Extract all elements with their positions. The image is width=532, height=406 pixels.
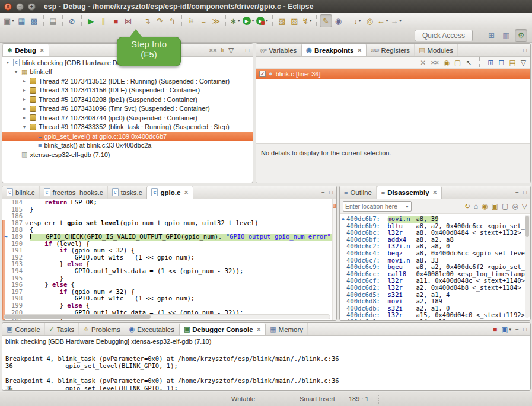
go-to-file-icon[interactable]: ▢ [454,59,461,67]
run-dropdown-icon[interactable]: ▶▾ [241,14,256,27]
tab-variables[interactable]: (x)=Variables [256,44,301,56]
external-tools-dropdown-icon[interactable]: ▶▾ [255,14,269,27]
tab-tasks[interactable]: ✓Tasks [45,323,79,335]
show-breakpoints-supported-icon[interactable]: ◉ [443,59,449,67]
scrollbar-thumb[interactable] [525,216,529,237]
close-icon[interactable]: ✕ [433,190,438,196]
close-icon[interactable]: ✕ [40,47,44,53]
tab-disassembly[interactable]: ≡Disassembly✕ [377,186,442,199]
tree-expander-icon[interactable]: ▾ [5,60,11,65]
tree-expander-icon[interactable]: ▾ [13,69,19,75]
close-icon[interactable]: ✕ [257,327,262,333]
editor-line[interactable]: 186 [2,213,336,220]
terminate-console-icon[interactable]: ■ [493,325,497,334]
tab-console[interactable]: ▣Console [2,323,45,335]
breakpoint-row[interactable]: ✓●blink.c [line: 36] [256,69,530,79]
tree-expander-icon[interactable]: ▾ [21,124,27,130]
flash-icon[interactable]: ↯▾ [301,14,313,27]
debug-perspective-icon[interactable]: ⚙ [515,29,527,42]
fold-collapse-icon[interactable]: ⊖ [24,220,30,227]
minimize-view-icon[interactable]: − [515,326,519,333]
view-menu-icon[interactable]: ▽ [228,46,234,55]
mark-occurrences-icon[interactable]: ✎ [320,14,332,27]
build-icon[interactable]: ▤ [47,14,59,27]
editor-line[interactable]: 191 if (gpio_num < 32) { [2,247,336,254]
asm-row[interactable]: 400dc6e1: mov.na14, a11 [340,319,530,320]
editor-line[interactable]: 193 } else { [2,261,336,268]
new-wizard-icon[interactable]: ▣▾ [2,14,15,27]
debug-tree-row[interactable]: ▸Thread #6 1073431096 (Tmr Svc) (Suspend… [2,104,253,114]
editor-line[interactable]: 199 } else { [2,302,336,309]
group-by-icon[interactable]: ▤ [509,59,515,67]
editor-line[interactable]: 196 } else { [2,282,336,289]
step-into-icon[interactable]: ↴ [141,14,154,27]
open-project-icon[interactable]: ▨ [276,14,288,27]
debug-tree-row[interactable]: ≡gpio_set_level() at gpio.c:189 0x400dc6… [2,132,253,141]
show-source-icon[interactable]: ▣ [492,202,498,210]
editor-line[interactable]: 188{ [2,226,336,234]
editor-line[interactable]: 194 GPIO.out1_w1ts.data = (1 << (gpio_nu… [2,268,336,275]
save-all-icon[interactable]: ▩ [28,14,40,27]
minimize-view-icon[interactable]: − [321,189,325,196]
terminate-icon[interactable]: ■ [110,14,122,27]
debug-tree-row[interactable]: ≡blink_task() at blink.c:33 0x400dbc2a [2,141,253,151]
display-selected-console-icon[interactable]: ▣▾ [501,325,511,334]
disconnect-icon[interactable]: ⋈ [122,14,135,27]
breakpoint-checkbox[interactable]: ✓ [259,71,266,77]
suspend-icon[interactable]: ∥ [97,14,110,27]
chevron-down-icon[interactable]: ▼ [403,204,411,209]
import-icon[interactable]: ▧ [288,14,301,27]
editor-line[interactable]: 184 return ESP_OK; [2,199,336,206]
expand-all-icon[interactable]: ⊞ [488,59,493,67]
maximize-view-icon[interactable]: □ [523,189,527,196]
tree-expander-icon[interactable]: ▸ [21,115,27,120]
skip-all-breakpoints-icon[interactable]: ⊘ [66,14,78,27]
tree-expander-icon[interactable]: ▸ [21,88,27,93]
tab-blink-c[interactable]: cblink.c [2,186,40,199]
use-step-filters-icon[interactable]: ≫ [210,14,222,27]
forward-icon[interactable]: →▾ [389,14,403,27]
close-icon[interactable]: ✕ [357,47,362,53]
editor-line[interactable]: 190 if (level) { [2,241,336,248]
console-content[interactable]: blink checking [GDB Hardware Debugging] … [2,336,530,390]
tab-debugger-console[interactable]: ▣Debugger Console✕ [179,323,266,335]
tab-memory[interactable]: ▦Memory [266,323,308,335]
tab-freertos-hooks-c[interactable]: cfreertos_hooks.c [40,186,108,199]
instruction-stepping-toggle-icon[interactable]: i+ [221,47,224,53]
debug-tree-row[interactable]: ▸Thread #3 1073413156 (IDLE) (Suspended … [2,86,253,95]
tree-expander-icon[interactable]: ▸ [21,97,27,102]
pin-editor-icon[interactable]: ◎ [364,14,376,27]
editor-line[interactable]: →189 GPIO_CHECK(GPIO_IS_VALID_OUTPUT_GPI… [2,234,336,241]
editor-line[interactable]: 187⊖esp_err_t gpio_set_level(gpio_num_t … [2,220,336,227]
tab-gpio-c[interactable]: cgpio.c✕ [146,186,193,199]
minimize-view-icon[interactable]: − [515,189,519,196]
disassembly-listing[interactable]: ◆400dc6b7: movi.na8, 39400dc6b9: bltua8,… [340,215,530,320]
tab-debug[interactable]: ∗Debug✕ [2,44,49,56]
editor-line[interactable]: 198 GPIO.out_w1tc = (1 << gpio_num); [2,295,336,302]
tab-registers[interactable]: 1010Registers [367,44,415,56]
link-with-debug-icon[interactable]: ↖ [466,59,472,67]
refresh-icon[interactable]: ↻ [464,202,470,210]
view-menu-icon[interactable]: ▽ [522,202,527,210]
cpp-perspective-icon[interactable]: ▥ [500,29,512,42]
debug-tree-row[interactable]: ▸Thread #5 1073410208 (ipc1) (Suspended … [2,95,253,104]
editor-line[interactable]: 195 } [2,275,336,282]
overview-ruler[interactable] [332,199,336,320]
maximize-view-icon[interactable]: □ [329,189,333,196]
editor-line[interactable]: 185} [2,206,336,213]
maximize-view-icon[interactable]: □ [246,47,249,53]
show-annotations-icon[interactable]: ◉ [332,14,345,27]
editor-line[interactable]: 192 GPIO.out_w1ts = (1 << gpio_num); [2,254,336,261]
last-edit-location-icon[interactable]: ↓▾ [351,14,364,27]
sync-context-icon[interactable]: ◉ [482,202,488,210]
tab-outline[interactable]: ≡Outline [340,186,377,199]
debug-tree-row[interactable]: ▸Thread #2 1073413512 (IDLE : Running) (… [2,76,253,86]
tab-problems[interactable]: ⚠Problems [79,323,125,335]
disassembly-vertical-scrollbar[interactable] [525,215,530,318]
remove-terminated-icon[interactable]: ✕✕ [209,47,216,53]
show-threads-icon[interactable]: ≡ [197,14,210,27]
maximize-view-icon[interactable]: □ [523,326,527,333]
minimize-view-icon[interactable]: − [238,47,241,53]
tree-expander-icon[interactable]: ▸ [21,106,27,111]
home-icon[interactable]: ⌂ [474,202,478,210]
